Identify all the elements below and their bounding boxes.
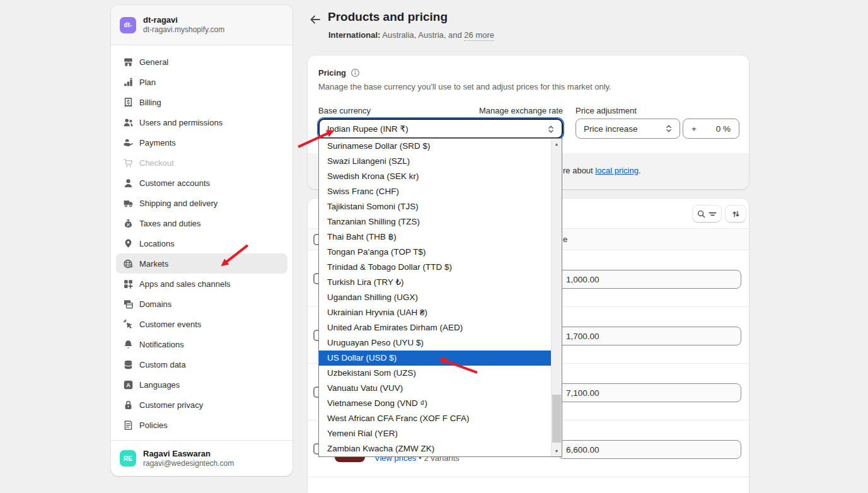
settings-sidebar: dt- dt-ragavi dt-ragavi.myshopify.com Ge… xyxy=(111,5,292,476)
dropdown-option[interactable]: West African CFA Franc (XOF F CFA) xyxy=(319,411,551,426)
back-arrow-icon[interactable] xyxy=(309,13,321,26)
sidebar-item[interactable]: Notifications xyxy=(116,334,287,354)
page-title: Products and pricing xyxy=(328,10,448,24)
dropdown-option[interactable]: Vanuatu Vatu (VUV) xyxy=(319,381,551,396)
sidebar-item[interactable]: Payments xyxy=(116,132,287,153)
price-input[interactable]: 1,700.00 xyxy=(558,327,741,345)
price-adjustment-label: Price adjustment xyxy=(576,106,637,115)
scrollbar-thumb[interactable] xyxy=(552,395,561,443)
price-input[interactable]: 7,100.00 xyxy=(558,383,741,402)
price-input[interactable]: 1,000.00 xyxy=(558,270,741,289)
dropdown-option[interactable]: Ukrainian Hryvnia (UAH ₴) xyxy=(319,305,551,320)
user-account[interactable]: RE Ragavi Easwaran ragavi@wedesigntech.c… xyxy=(111,440,292,476)
local-pricing-link[interactable]: local pricing xyxy=(595,166,639,175)
subtitle-label: International: xyxy=(328,30,380,40)
adjustment-sign: + xyxy=(692,124,697,134)
dropdown-option[interactable]: Uzbekistani Som (UZS) xyxy=(319,366,551,381)
dropdown-option[interactable]: Vietnamese Dong (VND ₫) xyxy=(319,396,551,411)
price-adjustment-type-select[interactable]: Price increase xyxy=(576,119,680,139)
billing-receipt-icon xyxy=(123,97,134,108)
dropdown-option[interactable]: Uruguayan Peso (UYU $) xyxy=(319,335,551,351)
chevron-updown-icon xyxy=(546,124,556,134)
dropdown-option[interactable]: Tajikistani Somoni (TJS) xyxy=(319,199,551,214)
dropdown-option[interactable]: Zambian Kwacha (ZMW ZK) xyxy=(319,441,551,456)
base-currency-value: Indian Rupee (INR ₹) xyxy=(327,124,408,134)
apps-icon xyxy=(123,279,134,289)
dropdown-option[interactable]: Swedish Krona (SEK kr) xyxy=(319,169,551,184)
dropdown-option[interactable]: Ugandan Shilling (UGX) xyxy=(319,290,551,305)
scroll-up-icon[interactable]: ▲ xyxy=(552,139,562,149)
sidebar-item[interactable]: Plan xyxy=(116,72,287,92)
dropdown-option[interactable]: Tanzanian Shilling (TZS) xyxy=(319,214,551,229)
dropdown-option[interactable]: Swazi Lilangeni (SZL) xyxy=(319,154,551,169)
price-adjustment-percent-input[interactable]: + 0 % xyxy=(683,119,739,139)
dropdown-option[interactable]: Surinamese Dollar (SRD $) xyxy=(319,139,551,154)
store-avatar: dt- xyxy=(120,17,136,33)
price-column-header: e xyxy=(563,235,567,244)
svg-text:$: $ xyxy=(130,263,133,269)
payments-icon xyxy=(123,137,134,148)
subtitle-countries: Australia, Austria, and xyxy=(380,30,464,40)
adjustment-value: 0 % xyxy=(716,124,731,134)
currency-dropdown: Surinamese Dollar (SRD $) Swazi Lilangen… xyxy=(318,138,562,457)
dropdown-option[interactable]: Trinidad & Tobago Dollar (TTD $) xyxy=(319,260,551,275)
database-icon xyxy=(123,359,134,370)
sort-button[interactable] xyxy=(725,205,746,223)
sidebar-item[interactable]: Locations xyxy=(116,233,287,253)
base-currency-select[interactable]: Indian Rupee (INR ₹) xyxy=(318,119,563,139)
sidebar-item[interactable]: Billing xyxy=(116,92,287,112)
dropdown-option[interactable]: Turkish Lira (TRY ₺) xyxy=(319,275,551,290)
sidebar-item[interactable]: Domains xyxy=(116,294,287,314)
globe-dollar-icon: $ xyxy=(123,258,134,269)
languages-icon: A xyxy=(123,380,134,390)
dropdown-option[interactable]: Swiss Franc (CHF) xyxy=(319,184,551,199)
info-icon[interactable] xyxy=(350,68,360,78)
sidebar-item[interactable]: Users and permissions xyxy=(116,112,287,132)
sidebar-item[interactable]: Customer events xyxy=(116,314,287,334)
shopify-settings-page: dt- dt-ragavi dt-ragavi.myshopify.com Ge… xyxy=(0,0,868,493)
base-currency-label: Base currency xyxy=(318,106,371,115)
chevron-updown-icon xyxy=(664,124,674,134)
price-input[interactable]: 6,600.00 xyxy=(558,440,741,459)
pricing-card-title: Pricing xyxy=(318,68,346,78)
sidebar-item[interactable]: Policies xyxy=(116,415,287,435)
dropdown-option[interactable]: Tongan Pa'anga (TOP T$) xyxy=(319,245,551,260)
store-name: dt-ragavi xyxy=(143,15,224,25)
currency-options: Surinamese Dollar (SRD $) Swazi Lilangen… xyxy=(319,139,551,456)
sort-icon xyxy=(731,209,741,219)
sidebar-item[interactable]: Shipping and delivery xyxy=(116,193,287,213)
sidebar-item[interactable]: Checkout xyxy=(116,153,287,173)
store-header[interactable]: dt- dt-ragavi dt-ragavi.myshopify.com xyxy=(111,5,292,45)
sidebar-item[interactable]: Customer accounts xyxy=(116,173,287,193)
cursor-click-icon xyxy=(123,319,134,330)
scroll-down-icon[interactable]: ▼ xyxy=(552,446,562,456)
manage-exchange-rate-link[interactable]: Manage exchange rate xyxy=(479,106,563,115)
page-subtitle: International: Australia, Austria, and 2… xyxy=(328,30,494,40)
svg-text:A: A xyxy=(126,381,130,388)
settings-nav: General Plan Billing Users and permissio… xyxy=(116,52,287,435)
user-name: Ragavi Easwaran xyxy=(143,449,234,459)
users-icon xyxy=(123,117,134,128)
dropdown-option[interactable]: Yemeni Rial (YER) xyxy=(319,426,551,441)
dropdown-option[interactable]: Thai Baht (THB ฿) xyxy=(319,229,551,245)
search-filter-button[interactable] xyxy=(692,205,722,223)
sidebar-item[interactable]: Apps and sales channels xyxy=(116,274,287,294)
dropdown-scrollbar[interactable]: ▲ ▼ xyxy=(551,139,562,456)
filter-icon xyxy=(708,209,717,219)
sidebar-item[interactable]: Customer privacy xyxy=(116,395,287,415)
search-icon xyxy=(697,209,706,219)
sidebar-item[interactable]: A Languages xyxy=(116,374,287,395)
sidebar-item[interactable]: Custom data xyxy=(116,354,287,374)
price-adjustment-type-value: Price increase xyxy=(584,124,638,134)
more-countries-link[interactable]: 26 more xyxy=(464,30,494,41)
taxes-icon xyxy=(123,218,134,229)
domains-icon xyxy=(123,299,134,310)
sidebar-item[interactable]: $ Markets xyxy=(116,253,287,274)
dropdown-option[interactable]: US Dollar (USD $) xyxy=(319,351,551,366)
sidebar-item[interactable]: Taxes and duties xyxy=(116,213,287,233)
location-pin-icon xyxy=(123,238,134,249)
user-email: ragavi@wedesigntech.com xyxy=(143,459,234,468)
dropdown-option[interactable]: United Arab Emirates Dirham (AED) xyxy=(319,320,551,335)
truck-icon xyxy=(123,198,134,209)
sidebar-item[interactable]: General xyxy=(116,52,287,72)
